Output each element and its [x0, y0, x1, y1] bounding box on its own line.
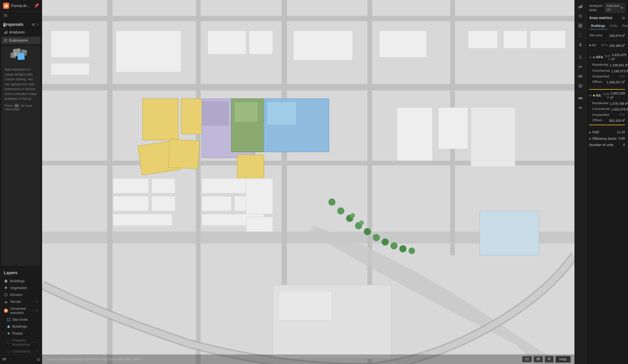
tab-analyses[interactable]: Analyses — [1, 28, 41, 36]
bottom-layers-icon[interactable]: ⧉ — [37, 357, 40, 362]
analysis-area-header: Analysis area Selection (2) ▾ — [589, 3, 625, 13]
ra-section-header[interactable]: ▼ RA 1028 % 2,083,288 ft2 — [589, 91, 625, 101]
ra-unspecified-row: Unspecified 0 ft² — [589, 112, 625, 118]
tab-extensions-label: Extensions — [9, 38, 28, 43]
toolbar-person-icon[interactable] — [576, 53, 585, 61]
header-pin-icon[interactable]: 📌 — [34, 3, 39, 8]
tab-analyses-label: Analyses — [9, 30, 25, 34]
sub-layer-buildings[interactable]: Buildings — [1, 323, 41, 330]
tab-extensions[interactable]: Extensions — [1, 37, 41, 44]
svg-point-93 — [382, 239, 389, 245]
far-expand-icon[interactable]: ▶ — [589, 131, 591, 134]
scenario-edit-icon[interactable]: ✎ — [36, 309, 38, 312]
sub-layer-property-boundaries[interactable]: Property boundaries 👁 ✎ — [1, 337, 41, 348]
layer-item-vegetation[interactable]: Vegetation — [1, 285, 41, 291]
svg-point-91 — [364, 228, 371, 235]
proposals-add-button[interactable]: + — [37, 22, 39, 27]
ra-color-dot — [593, 95, 595, 97]
scenario-item[interactable]: Unnamed scenario ⑂ ✎ — [1, 305, 41, 316]
toolbar-eye-icon[interactable] — [576, 104, 585, 112]
svg-rect-54 — [116, 31, 181, 72]
svg-rect-58 — [379, 31, 426, 57]
far-label: FAR — [592, 130, 599, 134]
svg-rect-61 — [530, 31, 565, 49]
divider-3 — [589, 87, 625, 87]
svg-rect-73 — [113, 178, 149, 193]
constraints-edit-icon[interactable]: ✎ — [36, 350, 38, 353]
svg-rect-32 — [196, 0, 201, 364]
toolbar-arrows-icon[interactable] — [576, 31, 585, 39]
view-2d-button[interactable]: 2D — [522, 356, 532, 362]
gfa-unspecified-label: Unspecified — [592, 74, 618, 78]
view-3d-toggle-button[interactable] — [545, 356, 553, 363]
svg-rect-16 — [7, 318, 10, 321]
tab-buildings[interactable]: Buildings — [589, 23, 607, 29]
app-logo — [3, 3, 9, 9]
svg-rect-57 — [294, 31, 353, 61]
selection-badge[interactable]: Selection (2) ▾ — [605, 3, 625, 13]
toolbar-wind-icon[interactable] — [576, 62, 585, 71]
analysis-area-label: Analysis area — [589, 4, 605, 12]
extensions-section: Add extensions to create designs with cu… — [1, 46, 41, 266]
ra-unspecified-label: Unspecified — [592, 113, 618, 117]
svg-rect-74 — [152, 178, 175, 193]
svg-rect-8 — [6, 41, 7, 42]
gfa-color-dot — [593, 57, 595, 58]
help-button[interactable]: Help — [555, 356, 571, 363]
gfa-offices-row: Offices 1,058,251 ft2 — [589, 79, 625, 85]
bottom-map-icon[interactable]: 🗺 — [2, 357, 6, 362]
svg-rect-27 — [42, 16, 574, 21]
scenario-fork-icon[interactable]: ⑂ — [33, 309, 35, 312]
layer-item-terrain[interactable]: Terrain ✎ — [1, 298, 41, 305]
view-camera-button[interactable] — [534, 356, 543, 362]
map-attribution: mapbox © OpenStreetMap Improve this map … — [46, 358, 142, 361]
toolbar-solar-icon[interactable] — [576, 72, 585, 80]
efficiency-expand-icon[interactable]: ▶ — [589, 137, 591, 140]
svg-rect-99 — [480, 211, 539, 255]
svg-rect-107 — [579, 6, 579, 8]
svg-marker-18 — [7, 325, 10, 326]
menu-button[interactable] — [3, 14, 8, 17]
svg-line-115 — [579, 15, 579, 15]
ra-residential-row: Residential 1,078,786 ft2 — [589, 101, 625, 107]
svg-rect-2 — [4, 32, 5, 34]
tab-units[interactable]: Units — [608, 23, 619, 29]
map-area[interactable]: mapbox © OpenStreetMap Improve this map … — [42, 0, 574, 364]
sub-layer-roads[interactable]: Roads — [1, 330, 41, 337]
toolbar-chart-icon[interactable] — [576, 2, 585, 11]
extensions-icon — [4, 39, 8, 42]
toolbar-grid-icon[interactable] — [576, 21, 585, 30]
svg-point-15 — [5, 310, 7, 312]
tab-parking[interactable]: Parking — [620, 23, 628, 29]
extensions-description: Add extensions to create designs with cu… — [4, 67, 37, 101]
gfa-pct: 3142 % — [604, 54, 611, 61]
proposals-filter-button[interactable]: ⊞ — [32, 22, 35, 27]
app-header: Forma Architectural Design Conte... 📌 — [0, 0, 42, 12]
toolbar-measure-icon[interactable] — [576, 94, 585, 103]
map-canvas[interactable] — [42, 0, 574, 364]
property-eye-icon[interactable]: 👁 — [32, 341, 35, 344]
toolbar-divider-2 — [577, 92, 584, 92]
units-value: 0 — [623, 143, 625, 147]
svg-rect-12 — [6, 289, 6, 290]
svg-rect-59 — [468, 31, 498, 49]
sub-layer-site-limits[interactable]: Site limits — [1, 316, 41, 323]
svg-point-103 — [538, 359, 539, 360]
ra-commercial-value: 1,052,076 ft2 — [611, 107, 628, 112]
app-title: Forma Architectural Design Conte... — [11, 4, 32, 8]
layer-item-generic[interactable]: Generic — [1, 291, 41, 298]
ra-offices-label: Offices — [592, 118, 608, 122]
terrain-edit-icon[interactable]: ✎ — [36, 300, 38, 303]
toolbar-thermometer-icon[interactable] — [576, 41, 585, 49]
svg-line-118 — [579, 17, 579, 17]
svg-point-96 — [408, 247, 415, 254]
area-metrics-filter-icon[interactable]: ⊞ — [622, 16, 625, 20]
layer-item-buildings[interactable]: Buildings — [1, 278, 41, 285]
property-edit-icon[interactable]: ✎ — [36, 341, 38, 344]
gfa-section-header[interactable]: ▼ GFA 3142 % 3,425,875 ft2 — [589, 52, 625, 62]
toolbar-sun-icon[interactable] — [576, 12, 585, 20]
constraints-icon — [7, 350, 10, 353]
sub-layer-constraints[interactable]: Constraints ✎ — [1, 348, 41, 355]
toolbar-network-icon[interactable] — [576, 82, 585, 90]
divider-2 — [589, 50, 625, 51]
